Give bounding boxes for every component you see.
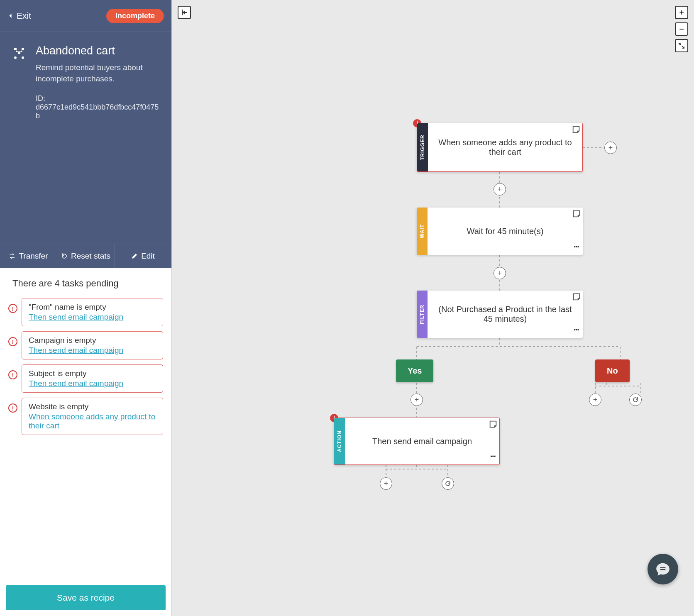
branch-yes[interactable]: Yes <box>396 359 433 382</box>
add-node-button[interactable]: + <box>380 477 392 490</box>
note-icon[interactable] <box>572 292 581 301</box>
trigger-node[interactable]: ! TRIGGER When someone adds any product … <box>417 123 583 172</box>
save-as-recipe-button[interactable]: Save as recipe <box>6 585 166 610</box>
filter-text: (Not Purchased a Product in the last 45 … <box>436 305 574 324</box>
exit-label: Exit <box>17 11 31 21</box>
edit-button[interactable]: Edit <box>115 244 171 268</box>
tasks-section: There are 4 tasks pending ! "From" name … <box>0 268 171 579</box>
note-icon[interactable] <box>572 209 581 218</box>
sidebar-topbar: Exit Incomplete <box>0 0 171 32</box>
sidebar-header: Abandoned cart Remind potential buyers a… <box>0 32 171 244</box>
filter-node[interactable]: FILTER (Not Purchased a Product in the l… <box>417 291 583 338</box>
note-icon[interactable] <box>572 125 581 134</box>
filter-tab-label: FILTER <box>417 291 428 338</box>
action-text: Then send email campaign <box>372 437 472 446</box>
expand-icon <box>678 42 685 49</box>
action-row: Transfer Reset stats Edit <box>0 244 171 268</box>
task-box[interactable]: Campaign is empty Then send email campai… <box>22 331 163 359</box>
chat-support-button[interactable] <box>648 554 678 584</box>
exit-button[interactable]: Exit <box>7 11 31 21</box>
svg-point-1 <box>22 56 24 59</box>
task-item: ! Subject is empty Then send email campa… <box>8 364 163 393</box>
task-box[interactable]: Website is empty When someone adds any p… <box>22 398 163 435</box>
add-node-button[interactable]: + <box>494 267 506 279</box>
wait-tab-label: WAIT <box>417 208 428 255</box>
node-menu-button[interactable]: ··· <box>574 325 579 335</box>
task-label: Subject is empty <box>29 369 156 378</box>
task-label: Website is empty <box>29 402 156 411</box>
zoom-out-button[interactable]: − <box>675 22 688 36</box>
trigger-tab-label: TRIGGER <box>417 123 428 171</box>
warning-icon: ! <box>8 370 17 379</box>
node-menu-button[interactable]: ··· <box>574 242 579 252</box>
wait-node[interactable]: WAIT Wait for 45 minute(s) ··· <box>417 208 583 255</box>
wait-text: Wait for 45 minute(s) <box>467 227 544 236</box>
restart-icon <box>445 480 451 487</box>
collapse-left-icon <box>181 9 188 16</box>
note-icon[interactable] <box>489 420 498 429</box>
page-title: Abandoned cart <box>36 44 161 57</box>
task-item: ! "From" name is empty Then send email c… <box>8 298 163 326</box>
task-label: Campaign is empty <box>29 336 156 345</box>
task-item: ! Campaign is empty Then send email camp… <box>8 331 163 359</box>
svg-point-0 <box>14 56 17 59</box>
restart-button[interactable] <box>442 477 454 490</box>
add-node-button[interactable]: + <box>589 394 601 406</box>
add-node-button[interactable]: + <box>494 183 506 196</box>
pencil-icon <box>131 253 138 259</box>
restart-icon <box>632 396 639 403</box>
action-node[interactable]: ! ACTION Then send email campaign ··· <box>334 418 500 465</box>
page-description: Remind potential buyers about incomplete… <box>36 62 161 84</box>
warning-icon: ! <box>8 403 17 413</box>
warning-icon: ! <box>8 304 17 313</box>
transfer-icon <box>9 253 15 259</box>
restart-button[interactable] <box>629 394 642 406</box>
task-label: "From" name is empty <box>29 303 156 312</box>
warning-icon: ! <box>8 337 17 346</box>
reset-stats-button[interactable]: Reset stats <box>57 244 115 268</box>
zoom-controls: + − <box>675 6 688 52</box>
history-icon <box>61 253 68 259</box>
task-box[interactable]: "From" name is empty Then send email cam… <box>22 298 163 326</box>
task-link[interactable]: Then send email campaign <box>29 346 156 355</box>
task-link[interactable]: Then send email campaign <box>29 379 156 388</box>
task-box[interactable]: Subject is empty Then send email campaig… <box>22 364 163 393</box>
action-tab-label: ACTION <box>334 418 345 464</box>
status-badge: Incomplete <box>106 9 164 23</box>
arrow-left-icon <box>7 13 13 19</box>
flow-canvas[interactable]: + − ! TRIGGER <box>172 0 694 616</box>
automation-icon <box>11 44 27 61</box>
fullscreen-button[interactable] <box>675 39 688 52</box>
task-link[interactable]: When someone adds any product to their c… <box>29 412 156 430</box>
tasks-title: There are 4 tasks pending <box>12 278 163 289</box>
transfer-button[interactable]: Transfer <box>0 244 57 268</box>
sidebar: Exit Incomplete Abandoned cart Remind po… <box>0 0 172 616</box>
collapse-sidebar-button[interactable] <box>178 6 191 19</box>
branch-no[interactable]: No <box>595 359 630 382</box>
task-item: ! Website is empty When someone adds any… <box>8 398 163 435</box>
task-link[interactable]: Then send email campaign <box>29 313 156 322</box>
add-node-button[interactable]: + <box>411 394 423 406</box>
node-menu-button[interactable]: ··· <box>490 451 495 462</box>
chat-icon <box>655 561 671 577</box>
add-node-button[interactable]: + <box>604 142 617 154</box>
zoom-in-button[interactable]: + <box>675 6 688 19</box>
trigger-text: When someone adds any product to their c… <box>436 138 574 157</box>
automation-id: ID: d6677c1ed9c541bbb76dfbcc47f0475b <box>36 94 161 120</box>
